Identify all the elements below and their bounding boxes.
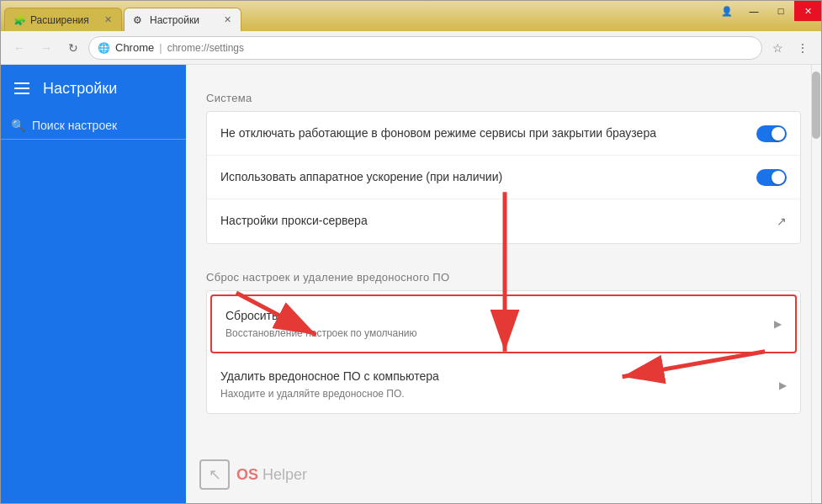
reset-section-title: Сброс настроек и удаление вредоносного П… <box>206 257 801 290</box>
scrollbar-thumb[interactable] <box>812 72 820 139</box>
settings-wrapper: Система Не отключать работающие в фоново… <box>186 65 821 503</box>
close-button[interactable]: ✕ <box>794 1 821 21</box>
watermark-os: OS <box>236 466 258 483</box>
site-name: Chrome <box>115 41 154 54</box>
scrollbar-track[interactable] <box>811 65 821 503</box>
browser-content: Настройки 🔍 Поиск настроек Система Не от <box>1 65 821 503</box>
hardware-acceleration-toggle[interactable] <box>756 169 787 186</box>
tabs-area: 🧩 Расширения ✕ ⚙ Настройки ✕ <box>1 1 270 31</box>
search-input[interactable]: Поиск настроек <box>32 119 176 132</box>
sidebar-header: Настройки <box>1 65 186 112</box>
settings-tab-close[interactable]: ✕ <box>220 13 234 27</box>
hamburger-line-2 <box>14 88 29 89</box>
address-bar[interactable]: 🌐 Chrome | chrome://settings <box>88 36 762 60</box>
proxy-settings-text: Настройки прокси-сервера <box>220 213 777 230</box>
reset-settings-card: Сбросить Восстановление настроек по умол… <box>206 290 801 414</box>
title-bar: 🧩 Расширения ✕ ⚙ Настройки ✕ 👤 — □ ✕ <box>1 1 821 31</box>
extensions-tab-icon: 🧩 <box>13 14 25 26</box>
maximize-button[interactable]: □ <box>767 1 794 21</box>
reset-settings-row[interactable]: Сбросить Восстановление настроек по умол… <box>210 294 797 353</box>
remove-malware-row[interactable]: Удалить вредоносное ПО с компьютера Нахо… <box>207 357 800 412</box>
reset-settings-title: Сбросить <box>225 308 774 325</box>
remove-malware-title: Удалить вредоносное ПО с компьютера <box>220 369 779 385</box>
new-tab-button[interactable] <box>247 11 270 31</box>
extensions-tab-close[interactable]: ✕ <box>101 13 114 27</box>
settings-sidebar: Настройки 🔍 Поиск настроек <box>1 65 186 503</box>
menu-button[interactable]: ⋮ <box>791 36 814 60</box>
address-separator: | <box>159 41 162 54</box>
sidebar-title: Настройки <box>43 80 117 98</box>
background-services-row[interactable]: Не отключать работающие в фоновом режиме… <box>207 112 800 156</box>
remove-malware-arrow-icon: ▶ <box>779 379 787 391</box>
reset-settings-subtitle: Восстановление настроек по умолчанию <box>225 326 774 341</box>
window-controls: 👤 — □ ✕ <box>713 1 821 21</box>
reload-button[interactable]: ↻ <box>61 36 85 60</box>
settings-tab-label: Настройки <box>150 14 217 26</box>
user-icon-btn[interactable]: 👤 <box>713 1 740 21</box>
watermark-icon: ↖ <box>199 459 230 490</box>
watermark-helper: Helper <box>258 466 307 483</box>
watermark: ↖ OS Helper <box>199 459 307 490</box>
sidebar-search[interactable]: 🔍 Поиск настроек <box>1 112 186 140</box>
settings-tab-icon: ⚙ <box>133 14 145 26</box>
tab-extensions[interactable]: 🧩 Расширения ✕ <box>4 8 122 31</box>
remove-malware-text: Удалить вредоносное ПО с компьютера Нахо… <box>220 369 779 401</box>
extensions-tab-label: Расширения <box>30 14 98 26</box>
reset-arrow-icon: ▶ <box>774 318 782 330</box>
browser-window: 🧩 Расширения ✕ ⚙ Настройки ✕ 👤 — □ ✕ ← <box>0 0 822 504</box>
nav-right-icons: ☆ ⋮ <box>766 36 814 60</box>
hamburger-line-1 <box>14 82 29 84</box>
watermark-text: OS Helper <box>236 466 307 484</box>
navigation-bar: ← → ↻ 🌐 Chrome | chrome://settings ☆ ⋮ <box>1 31 821 65</box>
hardware-acceleration-title: Использовать аппаратное ускорение (при н… <box>220 169 756 186</box>
bookmark-button[interactable]: ☆ <box>766 36 789 60</box>
address-text: chrome://settings <box>167 42 244 54</box>
remove-malware-subtitle: Находите и удаляйте вредоносное ПО. <box>220 387 779 401</box>
minimize-button[interactable]: — <box>740 1 767 21</box>
background-services-toggle-knob <box>772 127 785 141</box>
forward-button[interactable]: → <box>34 36 58 60</box>
background-services-title: Не отключать работающие в фоновом режиме… <box>220 125 756 142</box>
background-services-toggle[interactable] <box>756 125 787 142</box>
settings-main: Система Не отключать работающие в фоново… <box>186 65 821 503</box>
site-security-icon: 🌐 <box>98 42 110 54</box>
system-settings-card: Не отключать работающие в фоновом режиме… <box>206 111 801 244</box>
hardware-acceleration-toggle-knob <box>772 171 785 184</box>
reset-settings-text: Сбросить Восстановление настроек по умол… <box>225 308 774 340</box>
tab-settings[interactable]: ⚙ Настройки ✕ <box>124 8 241 31</box>
background-services-text: Не отключать работающие в фоновом режиме… <box>220 125 756 142</box>
search-icon: 🔍 <box>11 119 25 132</box>
system-section-title: Система <box>206 78 801 111</box>
hardware-acceleration-text: Использовать аппаратное ускорение (при н… <box>220 169 756 186</box>
back-button[interactable]: ← <box>8 36 31 60</box>
settings-content: Система Не отключать работающие в фоново… <box>186 65 821 441</box>
hardware-acceleration-row[interactable]: Использовать аппаратное ускорение (при н… <box>207 156 800 199</box>
hamburger-menu[interactable] <box>14 82 29 94</box>
proxy-settings-title: Настройки прокси-сервера <box>220 213 777 230</box>
hamburger-line-3 <box>14 93 29 94</box>
proxy-settings-row[interactable]: Настройки прокси-сервера ↗ <box>207 199 800 243</box>
external-link-icon[interactable]: ↗ <box>777 215 787 228</box>
